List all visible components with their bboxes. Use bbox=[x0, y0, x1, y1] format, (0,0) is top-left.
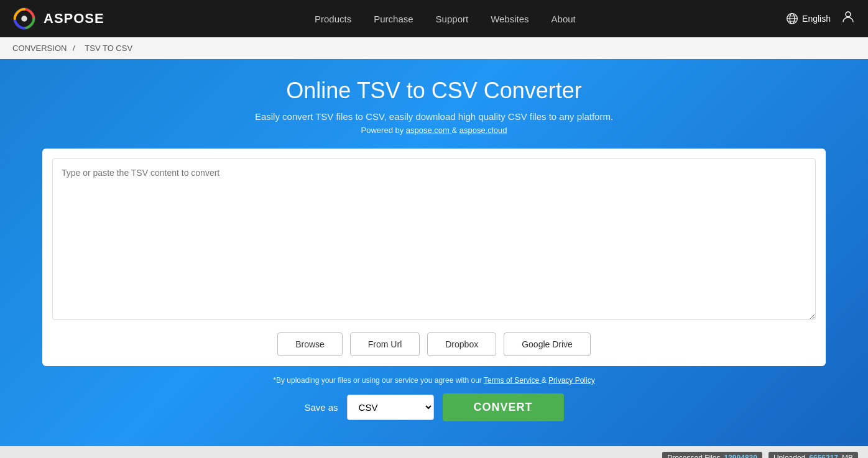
nav-purchase[interactable]: Purchase bbox=[374, 14, 413, 24]
breadcrumb: CONVERSION / TSV TO CSV bbox=[0, 37, 868, 59]
person-icon bbox=[841, 9, 856, 24]
navbar: ASPOSE Products Purchase Support Website… bbox=[0, 0, 868, 37]
page-title: Online TSV to CSV Converter bbox=[286, 78, 582, 104]
nav-websites[interactable]: Websites bbox=[491, 14, 529, 24]
processed-files-count: 13994830 bbox=[724, 454, 757, 459]
save-as-label: Save as bbox=[304, 402, 338, 413]
convert-button[interactable]: CONVERT bbox=[443, 393, 564, 421]
language-label: English bbox=[802, 14, 831, 24]
terms-text: *By uploading your files or using our se… bbox=[273, 376, 594, 385]
user-account-icon[interactable] bbox=[841, 9, 856, 28]
aspose-cloud-link[interactable]: aspose.cloud bbox=[459, 126, 507, 135]
dropbox-button[interactable]: Dropbox bbox=[427, 332, 496, 356]
nav-support[interactable]: Support bbox=[436, 14, 469, 24]
tsv-input[interactable] bbox=[52, 158, 816, 320]
google-drive-button[interactable]: Google Drive bbox=[504, 332, 591, 356]
save-as-row: Save as CSV CONVERT bbox=[304, 393, 563, 421]
logo-text: ASPOSE bbox=[44, 11, 104, 27]
processed-files-label: Processed Files bbox=[667, 454, 720, 459]
file-buttons: Browse From Url Dropbox Google Drive bbox=[52, 332, 816, 356]
powered-by: Powered by aspose.com & aspose.cloud bbox=[361, 126, 507, 135]
nav-products[interactable]: Products bbox=[315, 14, 351, 24]
navbar-center: Products Purchase Support Websites About bbox=[315, 14, 576, 24]
breadcrumb-current: TSV TO CSV bbox=[85, 44, 132, 53]
footer-bar: Processed Files 13994830 Uploaded 665621… bbox=[0, 446, 868, 458]
uploaded-count: 6656217 bbox=[809, 454, 838, 459]
svg-point-7 bbox=[846, 12, 851, 17]
from-url-button[interactable]: From Url bbox=[350, 332, 420, 356]
breadcrumb-conversion[interactable]: CONVERSION bbox=[12, 44, 67, 53]
uploaded-unit: MB bbox=[842, 454, 853, 459]
svg-point-1 bbox=[21, 16, 27, 22]
aspose-logo-icon bbox=[12, 7, 36, 30]
uploaded-label: Uploaded bbox=[773, 454, 805, 459]
terms-of-service-link[interactable]: Terms of Service bbox=[484, 376, 542, 385]
navbar-right: English bbox=[786, 9, 856, 28]
globe-icon bbox=[786, 12, 798, 25]
uploaded-badge: Uploaded 6656217 MB bbox=[769, 452, 858, 459]
converter-box: Browse From Url Dropbox Google Drive bbox=[42, 149, 826, 366]
aspose-com-link[interactable]: aspose.com bbox=[406, 126, 452, 135]
privacy-policy-link[interactable]: Privacy Policy bbox=[548, 376, 595, 385]
main-content: Online TSV to CSV Converter Easily conve… bbox=[0, 59, 868, 446]
format-select[interactable]: CSV bbox=[347, 395, 434, 420]
page-subtitle: Easily convert TSV files to CSV, easily … bbox=[255, 111, 613, 122]
language-selector[interactable]: English bbox=[786, 12, 831, 25]
browse-button[interactable]: Browse bbox=[277, 332, 343, 356]
breadcrumb-separator: / bbox=[73, 44, 75, 53]
nav-about[interactable]: About bbox=[552, 14, 576, 24]
processed-files-badge: Processed Files 13994830 bbox=[662, 452, 762, 459]
navbar-left: ASPOSE bbox=[12, 7, 104, 30]
